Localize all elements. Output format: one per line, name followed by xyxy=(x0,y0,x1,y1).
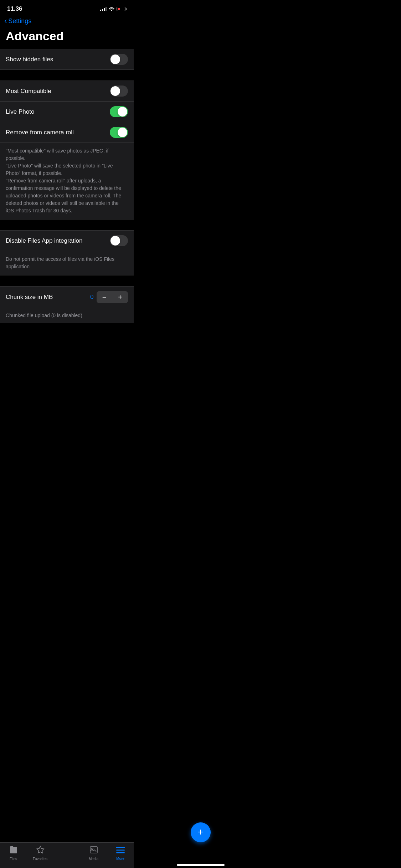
files-app-description: Do not permit the access of files via th… xyxy=(0,251,134,275)
toggle-knob xyxy=(110,55,120,64)
show-hidden-files-label: Show hidden files xyxy=(6,56,110,63)
most-compatible-label: Most Compatible xyxy=(6,88,110,95)
settings-gap-1 xyxy=(0,70,134,81)
signal-icon xyxy=(100,7,107,11)
toggle-knob xyxy=(118,107,127,117)
status-icons xyxy=(100,7,127,11)
show-hidden-files-toggle[interactable] xyxy=(110,54,128,65)
status-bar: 11.36 xyxy=(0,0,134,16)
disable-files-app-label: Disable Files App integration xyxy=(6,237,110,244)
status-time: 11.36 xyxy=(7,5,22,12)
remove-from-camera-roll-label: Remove from camera roll xyxy=(6,129,110,136)
live-photo-label: Live Photo xyxy=(6,108,110,115)
show-hidden-files-row[interactable]: Show hidden files xyxy=(0,49,134,69)
camera-description: "Most compatible" will save photos as JP… xyxy=(0,143,134,219)
toggle-knob xyxy=(110,86,120,96)
chunk-size-row[interactable]: Chunk size in MB 0 − + xyxy=(0,286,134,308)
settings-group-3: Disable Files App integration Do not per… xyxy=(0,230,134,275)
wifi-icon xyxy=(109,7,114,11)
stepper-minus-button[interactable]: − xyxy=(97,291,112,303)
settings-group-1: Show hidden files xyxy=(0,49,134,70)
chunk-size-controls: 0 − + xyxy=(90,291,128,303)
files-app-description-text: Do not permit the access of files via th… xyxy=(6,255,128,270)
disable-files-app-toggle[interactable] xyxy=(110,235,128,246)
settings-group-2: Most Compatible Live Photo Remove from c… xyxy=(0,81,134,219)
toggle-knob xyxy=(118,128,127,137)
battery-icon xyxy=(117,7,127,11)
chunk-size-stepper: − + xyxy=(97,291,128,303)
back-chevron-icon: ‹ xyxy=(4,17,7,25)
chunk-size-value: 0 xyxy=(90,294,93,301)
live-photo-toggle[interactable] xyxy=(110,106,128,117)
most-compatible-row[interactable]: Most Compatible xyxy=(0,81,134,102)
toggle-knob xyxy=(110,236,120,246)
back-label: Settings xyxy=(8,17,31,25)
back-nav[interactable]: ‹ Settings xyxy=(0,16,134,28)
remove-from-camera-roll-row[interactable]: Remove from camera roll xyxy=(0,122,134,143)
chunk-description-text: Chunked file upload (0 is disabled) xyxy=(6,312,128,319)
remove-from-camera-roll-toggle[interactable] xyxy=(110,127,128,138)
settings-gap-2 xyxy=(0,219,134,230)
chunk-description: Chunked file upload (0 is disabled) xyxy=(0,308,134,323)
settings-gap-3 xyxy=(0,275,134,286)
most-compatible-toggle[interactable] xyxy=(110,86,128,97)
camera-description-text: "Most compatible" will save photos as JP… xyxy=(6,147,128,215)
chunk-size-label: Chunk size in MB xyxy=(6,294,90,301)
page-title: Advanced xyxy=(0,28,134,49)
stepper-plus-button[interactable]: + xyxy=(112,291,128,303)
disable-files-app-row[interactable]: Disable Files App integration xyxy=(0,231,134,251)
live-photo-row[interactable]: Live Photo xyxy=(0,102,134,122)
